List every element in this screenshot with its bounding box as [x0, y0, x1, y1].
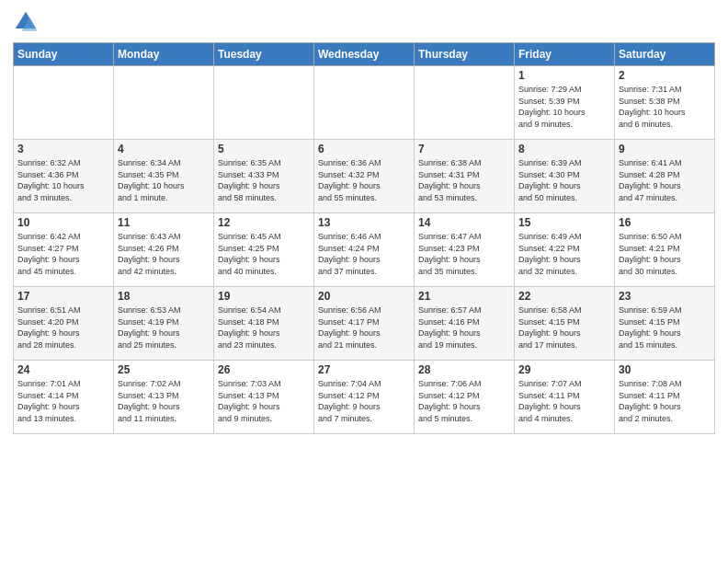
day-cell-5: 5Sunrise: 6:35 AM Sunset: 4:33 PM Daylig… — [214, 140, 314, 213]
day-number: 30 — [619, 363, 711, 376]
day-number: 21 — [418, 290, 510, 303]
day-info: Sunrise: 6:43 AM Sunset: 4:26 PM Dayligh… — [118, 231, 210, 277]
weekday-header-friday: Friday — [515, 43, 615, 66]
day-info: Sunrise: 6:35 AM Sunset: 4:33 PM Dayligh… — [218, 157, 310, 203]
weekday-header-wednesday: Wednesday — [314, 43, 415, 66]
day-info: Sunrise: 6:54 AM Sunset: 4:18 PM Dayligh… — [218, 304, 310, 350]
day-info: Sunrise: 7:03 AM Sunset: 4:13 PM Dayligh… — [218, 378, 310, 424]
day-number: 18 — [118, 290, 210, 303]
day-number: 16 — [619, 216, 711, 229]
weekday-header-monday: Monday — [114, 43, 214, 66]
day-cell-17: 17Sunrise: 6:51 AM Sunset: 4:20 PM Dayli… — [14, 287, 114, 361]
day-cell-21: 21Sunrise: 6:57 AM Sunset: 4:16 PM Dayli… — [415, 287, 515, 361]
weekday-header-sunday: Sunday — [14, 43, 114, 66]
day-cell-4: 4Sunrise: 6:34 AM Sunset: 4:35 PM Daylig… — [114, 140, 214, 213]
day-number: 4 — [118, 143, 210, 155]
day-info: Sunrise: 6:46 AM Sunset: 4:24 PM Dayligh… — [318, 231, 410, 277]
day-cell-24: 24Sunrise: 7:01 AM Sunset: 4:14 PM Dayli… — [14, 361, 114, 434]
day-info: Sunrise: 6:51 AM Sunset: 4:20 PM Dayligh… — [17, 304, 109, 350]
day-cell-9: 9Sunrise: 6:41 AM Sunset: 4:28 PM Daylig… — [615, 140, 715, 213]
weekday-header-tuesday: Tuesday — [214, 43, 314, 66]
day-number: 25 — [118, 363, 210, 376]
day-info: Sunrise: 6:36 AM Sunset: 4:32 PM Dayligh… — [318, 157, 410, 203]
day-info: Sunrise: 7:29 AM Sunset: 5:39 PM Dayligh… — [518, 84, 610, 130]
week-row-5: 24Sunrise: 7:01 AM Sunset: 4:14 PM Dayli… — [14, 361, 715, 434]
day-cell-27: 27Sunrise: 7:04 AM Sunset: 4:12 PM Dayli… — [314, 361, 415, 434]
day-cell-2: 2Sunrise: 7:31 AM Sunset: 5:38 PM Daylig… — [615, 66, 715, 140]
day-cell-29: 29Sunrise: 7:07 AM Sunset: 4:11 PM Dayli… — [515, 361, 615, 434]
day-info: Sunrise: 7:04 AM Sunset: 4:12 PM Dayligh… — [318, 378, 410, 424]
empty-cell — [314, 66, 415, 140]
day-info: Sunrise: 7:31 AM Sunset: 5:38 PM Dayligh… — [619, 84, 711, 130]
weekday-header-row: SundayMondayTuesdayWednesdayThursdayFrid… — [14, 43, 715, 66]
logo-icon — [13, 9, 39, 35]
day-info: Sunrise: 7:02 AM Sunset: 4:13 PM Dayligh… — [118, 378, 210, 424]
week-row-3: 10Sunrise: 6:42 AM Sunset: 4:27 PM Dayli… — [14, 213, 715, 287]
day-cell-8: 8Sunrise: 6:39 AM Sunset: 4:30 PM Daylig… — [515, 140, 615, 213]
day-number: 14 — [418, 216, 510, 229]
day-cell-25: 25Sunrise: 7:02 AM Sunset: 4:13 PM Dayli… — [114, 361, 214, 434]
day-cell-23: 23Sunrise: 6:59 AM Sunset: 4:15 PM Dayli… — [615, 287, 715, 361]
empty-cell — [114, 66, 214, 140]
day-info: Sunrise: 6:39 AM Sunset: 4:30 PM Dayligh… — [518, 157, 610, 203]
empty-cell — [14, 66, 114, 140]
day-info: Sunrise: 7:06 AM Sunset: 4:12 PM Dayligh… — [418, 378, 510, 424]
day-cell-11: 11Sunrise: 6:43 AM Sunset: 4:26 PM Dayli… — [114, 213, 214, 287]
day-number: 8 — [518, 143, 610, 155]
day-info: Sunrise: 6:42 AM Sunset: 4:27 PM Dayligh… — [17, 231, 109, 277]
day-cell-3: 3Sunrise: 6:32 AM Sunset: 4:36 PM Daylig… — [14, 140, 114, 213]
empty-cell — [214, 66, 314, 140]
day-number: 19 — [218, 290, 310, 303]
day-info: Sunrise: 6:57 AM Sunset: 4:16 PM Dayligh… — [418, 304, 510, 350]
week-row-1: 1Sunrise: 7:29 AM Sunset: 5:39 PM Daylig… — [14, 66, 715, 140]
day-cell-13: 13Sunrise: 6:46 AM Sunset: 4:24 PM Dayli… — [314, 213, 415, 287]
day-cell-28: 28Sunrise: 7:06 AM Sunset: 4:12 PM Dayli… — [415, 361, 515, 434]
day-cell-18: 18Sunrise: 6:53 AM Sunset: 4:19 PM Dayli… — [114, 287, 214, 361]
day-number: 26 — [218, 363, 310, 376]
day-number: 13 — [318, 216, 410, 229]
day-info: Sunrise: 6:59 AM Sunset: 4:15 PM Dayligh… — [619, 304, 711, 350]
day-info: Sunrise: 6:32 AM Sunset: 4:36 PM Dayligh… — [17, 157, 109, 203]
day-cell-14: 14Sunrise: 6:47 AM Sunset: 4:23 PM Dayli… — [415, 213, 515, 287]
day-cell-7: 7Sunrise: 6:38 AM Sunset: 4:31 PM Daylig… — [415, 140, 515, 213]
day-number: 10 — [17, 216, 109, 229]
day-info: Sunrise: 6:49 AM Sunset: 4:22 PM Dayligh… — [518, 231, 610, 277]
day-number: 22 — [518, 290, 610, 303]
day-info: Sunrise: 6:56 AM Sunset: 4:17 PM Dayligh… — [318, 304, 410, 350]
header — [13, 9, 715, 35]
empty-cell — [415, 66, 515, 140]
day-number: 7 — [418, 143, 510, 155]
day-number: 27 — [318, 363, 410, 376]
week-row-4: 17Sunrise: 6:51 AM Sunset: 4:20 PM Dayli… — [14, 287, 715, 361]
day-info: Sunrise: 6:58 AM Sunset: 4:15 PM Dayligh… — [518, 304, 610, 350]
day-number: 6 — [318, 143, 410, 155]
day-cell-1: 1Sunrise: 7:29 AM Sunset: 5:39 PM Daylig… — [515, 66, 615, 140]
day-number: 23 — [619, 290, 711, 303]
day-info: Sunrise: 6:47 AM Sunset: 4:23 PM Dayligh… — [418, 231, 510, 277]
day-cell-16: 16Sunrise: 6:50 AM Sunset: 4:21 PM Dayli… — [615, 213, 715, 287]
day-number: 17 — [17, 290, 109, 303]
week-row-2: 3Sunrise: 6:32 AM Sunset: 4:36 PM Daylig… — [14, 140, 715, 213]
day-cell-15: 15Sunrise: 6:49 AM Sunset: 4:22 PM Dayli… — [515, 213, 615, 287]
day-number: 1 — [518, 69, 610, 82]
weekday-header-thursday: Thursday — [415, 43, 515, 66]
day-number: 5 — [218, 143, 310, 155]
day-cell-6: 6Sunrise: 6:36 AM Sunset: 4:32 PM Daylig… — [314, 140, 415, 213]
day-cell-20: 20Sunrise: 6:56 AM Sunset: 4:17 PM Dayli… — [314, 287, 415, 361]
day-info: Sunrise: 6:38 AM Sunset: 4:31 PM Dayligh… — [418, 157, 510, 203]
day-number: 3 — [17, 143, 109, 155]
day-info: Sunrise: 6:34 AM Sunset: 4:35 PM Dayligh… — [118, 157, 210, 203]
day-number: 24 — [17, 363, 109, 376]
page-container: SundayMondayTuesdayWednesdayThursdayFrid… — [0, 0, 728, 563]
day-number: 20 — [318, 290, 410, 303]
day-number: 11 — [118, 216, 210, 229]
day-number: 15 — [518, 216, 610, 229]
day-number: 9 — [619, 143, 711, 155]
day-number: 12 — [218, 216, 310, 229]
weekday-header-saturday: Saturday — [615, 43, 715, 66]
day-cell-12: 12Sunrise: 6:45 AM Sunset: 4:25 PM Dayli… — [214, 213, 314, 287]
day-info: Sunrise: 7:08 AM Sunset: 4:11 PM Dayligh… — [619, 378, 711, 424]
day-cell-19: 19Sunrise: 6:54 AM Sunset: 4:18 PM Dayli… — [214, 287, 314, 361]
day-number: 28 — [418, 363, 510, 376]
day-cell-22: 22Sunrise: 6:58 AM Sunset: 4:15 PM Dayli… — [515, 287, 615, 361]
